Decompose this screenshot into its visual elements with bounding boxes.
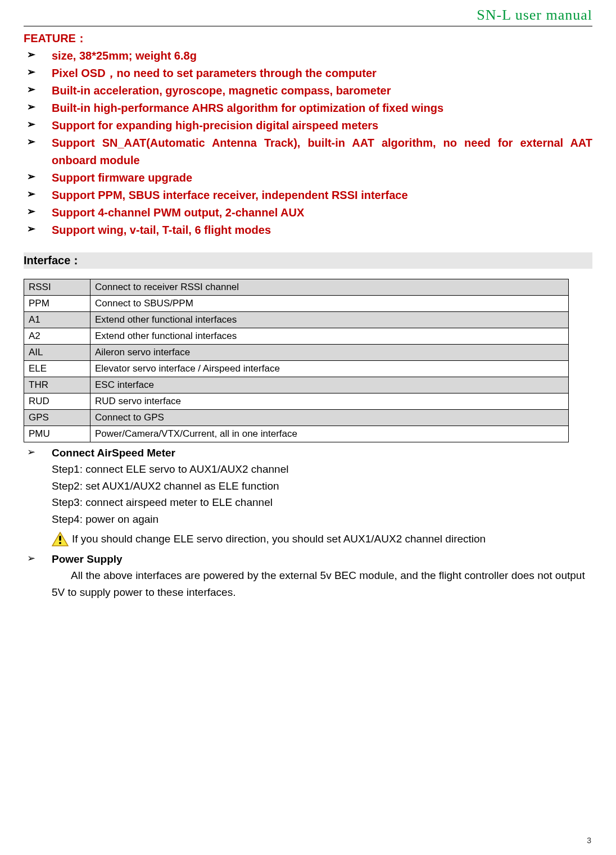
table-row: PMUPower/Camera/VTX/Current, all in one …: [24, 426, 569, 442]
iface-label: THR: [24, 377, 90, 393]
warning-row: If you should change ELE servo direction…: [52, 531, 592, 547]
interface-heading: Interface：: [24, 252, 592, 269]
feature-item: Built-in acceleration, gyroscope, magnet…: [52, 84, 391, 97]
iface-desc: Elevator servo interface / Airspeed inte…: [90, 361, 569, 377]
power-title: Power Supply: [52, 553, 123, 565]
chevron-right-icon: ➢: [27, 134, 35, 150]
feature-item: Support wing, v-tail, T-tail, 6 flight m…: [52, 224, 271, 236]
chevron-right-icon: ➢: [27, 445, 35, 460]
iface-label: PMU: [24, 426, 90, 442]
iface-desc: Extend other functional interfaces: [90, 328, 569, 345]
power-text-1: All the above interfaces are powered by …: [52, 567, 592, 583]
svg-point-2: [59, 542, 61, 544]
table-row: GPSConnect to GPS: [24, 410, 569, 426]
feature-heading: FEATURE：: [24, 31, 592, 46]
power-text-2: 5V to supply power to these interfaces.: [52, 584, 592, 600]
iface-label: AIL: [24, 345, 90, 361]
feature-list: ➢size, 38*25mm; weight 6.8g ➢Pixel OSD，n…: [24, 47, 592, 239]
iface-label: RSSI: [24, 279, 90, 296]
iface-desc: Power/Camera/VTX/Current, all in one int…: [90, 426, 569, 442]
iface-desc: Connect to GPS: [90, 410, 569, 426]
table-row: A1Extend other functional interfaces: [24, 312, 569, 328]
warning-text: If you should change ELE servo direction…: [72, 531, 486, 547]
svg-rect-1: [59, 536, 61, 541]
iface-desc: Extend other functional interfaces: [90, 312, 569, 328]
iface-desc: Aileron servo interface: [90, 345, 569, 361]
iface-label: PPM: [24, 296, 90, 312]
page-number: 3: [587, 836, 591, 845]
iface-label: GPS: [24, 410, 90, 426]
iface-desc: RUD servo interface: [90, 393, 569, 410]
table-row: RUDRUD servo interface: [24, 393, 569, 410]
feature-item: Pixel OSD，no need to set parameters thro…: [52, 67, 377, 79]
table-row: A2Extend other functional interfaces: [24, 328, 569, 345]
document-header: SN-L user manual: [24, 0, 592, 26]
step-line: Step3: connect airspeed meter to ELE cha…: [52, 494, 592, 510]
airspeed-title: Connect AirSpeed Meter: [52, 447, 175, 459]
chevron-right-icon: ➢: [27, 204, 35, 220]
chevron-right-icon: ➢: [27, 65, 35, 80]
iface-label: A2: [24, 328, 90, 345]
feature-item: Support firmware upgrade: [52, 171, 192, 184]
iface-label: ELE: [24, 361, 90, 377]
step-line: Step2: set AUX1/AUX2 channel as ELE func…: [52, 478, 592, 494]
feature-item: Built-in high-performance AHRS algorithm…: [52, 102, 443, 114]
list-item: ➢ Power Supply All the above interfaces …: [24, 551, 592, 600]
table-row: PPMConnect to SBUS/PPM: [24, 296, 569, 312]
table-row: ELEElevator servo interface / Airspeed i…: [24, 361, 569, 377]
chevron-right-icon: ➢: [27, 47, 35, 63]
table-row: THRESC interface: [24, 377, 569, 393]
iface-label: A1: [24, 312, 90, 328]
chevron-right-icon: ➢: [27, 99, 35, 115]
chevron-right-icon: ➢: [27, 117, 35, 133]
table-row: RSSIConnect to receiver RSSI channel: [24, 279, 569, 296]
iface-desc: Connect to receiver RSSI channel: [90, 279, 569, 296]
body-list: ➢ Connect AirSpeed Meter Step1: connect …: [24, 445, 592, 600]
feature-item: Support 4-channel PWM output, 2-channel …: [52, 206, 304, 219]
chevron-right-icon: ➢: [27, 169, 35, 185]
feature-item: size, 38*25mm; weight 6.8g: [52, 49, 197, 62]
feature-item: Support for expanding high-precision dig…: [52, 119, 378, 132]
chevron-right-icon: ➢: [27, 82, 35, 98]
iface-desc: Connect to SBUS/PPM: [90, 296, 569, 312]
document-title: SN-L user manual: [477, 7, 592, 23]
step-line: Step4: power on again: [52, 511, 592, 527]
step-line: Step1: connect ELE servo to AUX1/AUX2 ch…: [52, 461, 592, 477]
feature-item: Support PPM, SBUS interface receiver, in…: [52, 189, 408, 201]
chevron-right-icon: ➢: [27, 551, 35, 567]
chevron-right-icon: ➢: [27, 187, 35, 202]
chevron-right-icon: ➢: [27, 221, 35, 237]
iface-desc: ESC interface: [90, 377, 569, 393]
feature-item: Support SN_AAT(Automatic Antenna Track),…: [52, 137, 592, 166]
table-row: AILAileron servo interface: [24, 345, 569, 361]
interface-table: RSSIConnect to receiver RSSI channel PPM…: [24, 279, 569, 442]
iface-label: RUD: [24, 393, 90, 410]
warning-icon: [52, 532, 69, 546]
list-item: ➢ Connect AirSpeed Meter Step1: connect …: [24, 445, 592, 548]
